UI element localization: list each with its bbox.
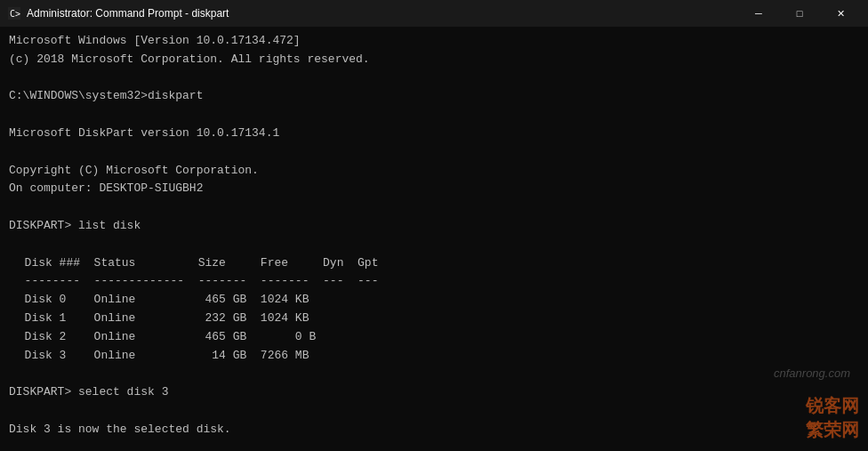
close-button[interactable]: ✕ (820, 0, 861, 27)
line-list-disk-cmd: DISKPART> list disk (9, 217, 859, 236)
terminal-window: Microsoft Windows [Version 10.0.17134.47… (0, 27, 868, 451)
maximize-button[interactable]: □ (779, 0, 820, 27)
title-bar: C> Administrator: Command Prompt - diskp… (0, 0, 868, 27)
table-row-disk1: Disk 1 Online 232 GB 1024 KB (11, 310, 859, 328)
line-blank-8 (9, 439, 859, 451)
line-blank-7 (9, 402, 859, 421)
line-windows-version: Microsoft Windows [Version 10.0.17134.47… (9, 32, 859, 51)
svg-text:C>: C> (10, 9, 20, 19)
app-icon: C> (7, 6, 21, 20)
line-copyright2: Copyright (C) Microsoft Corporation. (9, 162, 859, 181)
line-blank-4 (9, 198, 859, 217)
line-diskpart-version: Microsoft DiskPart version 10.0.17134.1 (9, 125, 859, 143)
line-select-disk: DISKPART> select disk 3 (9, 383, 859, 402)
table-header: Disk ### Status Size Free Dyn Gpt (11, 254, 859, 273)
window-title: Administrator: Command Prompt - diskpart (27, 7, 738, 20)
line-blank-1 (9, 69, 859, 88)
disk-table: Disk ### Status Size Free Dyn Gpt ------… (11, 254, 859, 366)
line-blank-3 (9, 143, 859, 162)
table-row-disk2: Disk 2 Online 465 GB 0 B (11, 328, 859, 347)
window-controls: ─ □ ✕ (738, 0, 861, 27)
line-blank-6 (9, 365, 859, 383)
line-computer: On computer: DESKTOP-SIUGBH2 (9, 180, 859, 198)
line-disk-selected: Disk 3 is now the selected disk. (9, 421, 859, 439)
table-row-disk0: Disk 0 Online 465 GB 1024 KB (11, 291, 859, 310)
line-blank-2 (9, 106, 859, 125)
line-diskpart-launch: C:\WINDOWS\system32>diskpart (9, 87, 859, 106)
line-copyright: (c) 2018 Microsoft Corporation. All righ… (9, 51, 859, 69)
table-row-disk3: Disk 3 Online 14 GB 7266 MB (11, 347, 859, 366)
minimize-button[interactable]: ─ (738, 0, 779, 27)
line-blank-5 (9, 236, 859, 254)
table-separator: -------- ------------- ------- ------- -… (11, 272, 859, 291)
